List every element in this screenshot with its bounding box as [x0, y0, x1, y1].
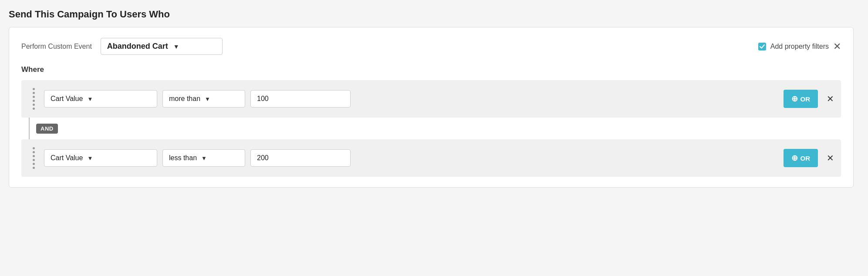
- event-select-arrow: ▼: [173, 43, 179, 50]
- drag-handle-1[interactable]: [28, 88, 39, 110]
- row-close-1[interactable]: ✕: [827, 94, 834, 104]
- condition-select-2-arrow: ▼: [201, 155, 207, 162]
- condition-select-1-arrow: ▼: [205, 96, 210, 102]
- property-select-2-value: Cart Value: [51, 154, 83, 162]
- event-select[interactable]: Abandoned Cart ▼: [101, 38, 223, 55]
- top-row: Perform Custom Event Abandoned Cart ▼ Ad…: [21, 38, 841, 55]
- card: Perform Custom Event Abandoned Cart ▼ Ad…: [9, 27, 854, 188]
- condition-select-2-value: less than: [169, 154, 197, 162]
- or-button-1-label: OR: [800, 95, 811, 103]
- where-section: Where Cart Value: [21, 65, 841, 177]
- or-button-2-plus: ⊕: [791, 153, 798, 163]
- value-input-1[interactable]: [250, 90, 351, 108]
- property-select-2[interactable]: Cart Value ▼: [44, 149, 157, 167]
- or-button-1[interactable]: ⊕ OR: [784, 90, 818, 108]
- and-connector: AND: [21, 118, 841, 139]
- filter-row-2: Cart Value ▼ less than ▼ ⊕ OR: [21, 139, 841, 177]
- property-select-1[interactable]: Cart Value ▼: [44, 90, 157, 108]
- filter-row-wrapper-1: Cart Value ▼ more than ▼ ⊕ OR: [21, 80, 841, 118]
- add-property-checkbox[interactable]: [758, 43, 766, 50]
- condition-select-1[interactable]: more than ▼: [162, 90, 245, 108]
- property-select-1-arrow: ▼: [87, 96, 93, 102]
- top-row-right: Add property filters ✕: [758, 42, 841, 51]
- perform-label: Perform Custom Event: [21, 43, 92, 50]
- filter-row-wrapper-2: Cart Value ▼ less than ▼ ⊕ OR: [21, 139, 841, 177]
- event-select-value: Abandoned Cart: [107, 42, 168, 51]
- add-property-label: Add property filters: [770, 43, 829, 50]
- filter-row-1: Cart Value ▼ more than ▼ ⊕ OR: [21, 80, 841, 118]
- or-button-2-label: OR: [800, 155, 811, 162]
- where-label: Where: [21, 65, 841, 74]
- card-close-button[interactable]: ✕: [833, 42, 841, 51]
- and-badge: AND: [36, 124, 58, 134]
- drag-handle-2[interactable]: [28, 147, 39, 169]
- row-close-2[interactable]: ✕: [827, 153, 834, 163]
- condition-select-1-value: more than: [169, 95, 200, 103]
- value-input-2[interactable]: [250, 149, 351, 167]
- or-button-2[interactable]: ⊕ OR: [784, 149, 818, 167]
- page-title: Send This Campaign To Users Who: [9, 9, 859, 20]
- filter-rows: Cart Value ▼ more than ▼ ⊕ OR: [21, 80, 841, 177]
- condition-select-2[interactable]: less than ▼: [162, 149, 245, 167]
- property-select-1-value: Cart Value: [51, 95, 83, 103]
- top-row-left: Perform Custom Event Abandoned Cart ▼: [21, 38, 223, 55]
- property-select-2-arrow: ▼: [87, 155, 93, 162]
- or-button-1-plus: ⊕: [791, 94, 798, 104]
